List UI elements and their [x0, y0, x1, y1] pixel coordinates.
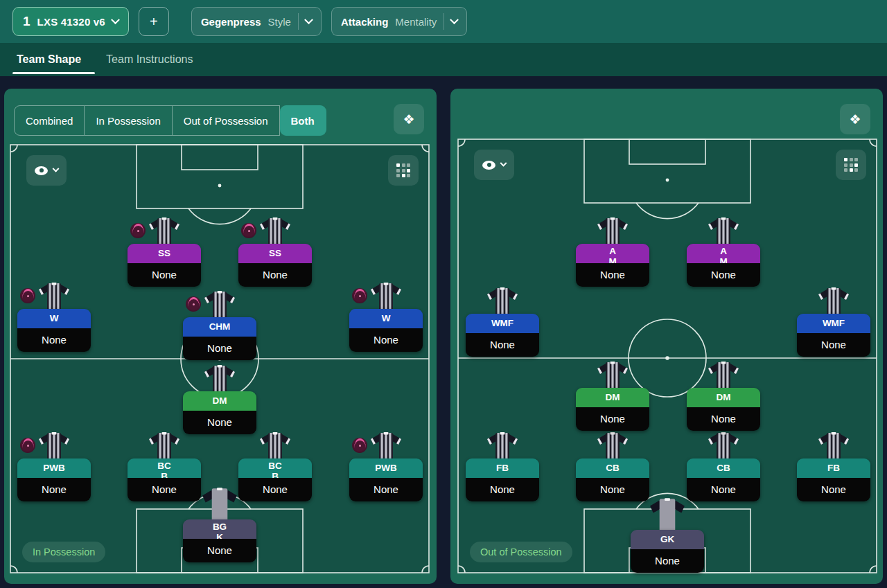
formation-selector[interactable]: 1 LXS 41320 v6 — [12, 7, 129, 36]
filter-combined[interactable]: Combined — [14, 105, 85, 136]
pitch-out-of-possession[interactable]: AMNoneAMNoneWMFNoneWMFNoneDMNoneDMNoneFB… — [457, 139, 877, 573]
role-card: SSNone — [128, 244, 201, 287]
pitch-style-button[interactable]: ❖ — [394, 104, 424, 134]
player-card-dm[interactable]: DMNone — [576, 362, 649, 431]
filter-out-of-possession[interactable]: Out of Possession — [173, 105, 280, 136]
role-card: CBNone — [687, 458, 760, 501]
grid-icon — [844, 158, 858, 172]
view-filter-group: Combined In Possession Out of Possession… — [14, 105, 326, 136]
player-card-dm[interactable]: DMNone — [183, 365, 256, 434]
role-label: FB — [466, 458, 539, 478]
player-card-ss[interactable]: SSNone — [238, 217, 312, 287]
mentality-value: Attacking — [341, 16, 388, 28]
player-card-wmf[interactable]: WMFNone — [797, 287, 870, 357]
duty-label: None — [17, 478, 91, 501]
style-label: Style — [268, 16, 291, 28]
player-card-dm[interactable]: DMNone — [687, 362, 760, 431]
player-card-bcb[interactable]: BCBNone — [128, 432, 201, 501]
chevron-down-icon — [500, 159, 507, 166]
duty-label: None — [576, 407, 649, 431]
visibility-dropdown[interactable] — [26, 155, 67, 186]
role-card: CBNone — [576, 458, 649, 501]
chevron-down-icon — [53, 165, 60, 172]
mentality-dropdown[interactable]: Attacking Mentality — [331, 7, 467, 36]
player-card-wmf[interactable]: WMFNone — [466, 287, 539, 357]
panel-in-possession: Combined In Possession Out of Possession… — [4, 89, 437, 584]
tab-bar: Team Shape Team Instructions — [0, 43, 887, 76]
role-card: PWBNone — [17, 458, 91, 501]
ball-icon — [186, 296, 201, 312]
player-card-w[interactable]: WNone — [17, 283, 91, 352]
role-label: DM — [576, 388, 649, 407]
role-card: WMFNone — [466, 314, 539, 357]
chevron-down-icon — [111, 15, 120, 24]
tab-team-shape[interactable]: Team Shape — [17, 43, 81, 76]
divider — [444, 13, 444, 30]
formation-grid-button[interactable] — [836, 150, 866, 180]
role-card: DMNone — [687, 388, 760, 431]
role-label: GK — [631, 530, 704, 549]
role-label: CB — [687, 458, 760, 478]
duty-label: None — [238, 478, 312, 501]
role-label: W — [349, 309, 423, 328]
player-card-cb[interactable]: CBNone — [687, 432, 760, 501]
role-label: W — [17, 309, 91, 328]
duty-label: None — [349, 478, 423, 501]
role-label: WMF — [797, 314, 870, 333]
ball-icon — [20, 438, 35, 453]
role-label: DM — [687, 388, 760, 407]
duty-label: None — [128, 478, 201, 501]
role-card: WNone — [17, 309, 91, 352]
role-label: BCB — [128, 458, 201, 478]
role-label: CB — [576, 458, 649, 478]
tab-team-instructions[interactable]: Team Instructions — [106, 43, 193, 76]
pitch-style-button[interactable]: ❖ — [840, 104, 870, 134]
diamond-tiles-icon: ❖ — [403, 112, 414, 127]
player-card-pwb[interactable]: PWBNone — [349, 432, 423, 501]
duty-label: None — [183, 411, 256, 434]
style-value: Gegenpress — [201, 16, 261, 28]
duty-label: None — [466, 333, 539, 357]
duty-label: None — [687, 263, 760, 287]
formation-grid-button[interactable] — [388, 155, 419, 186]
duty-label: None — [349, 328, 423, 352]
phase-badge: In Possession — [22, 542, 105, 562]
filter-both[interactable]: Both — [280, 105, 326, 136]
role-card: SSNone — [238, 244, 312, 287]
player-card-fb[interactable]: FBNone — [797, 432, 870, 501]
pitch-in-possession[interactable]: SSNoneSSNoneWNoneWNoneCHMNoneDMNonePWBNo… — [10, 144, 430, 573]
role-card: BCBNone — [128, 458, 201, 501]
player-card-fb[interactable]: FBNone — [466, 432, 539, 501]
player-card-chm[interactable]: CHMNone — [183, 291, 256, 360]
role-card: FBNone — [797, 458, 870, 501]
mentality-label: Mentality — [395, 16, 437, 28]
filter-in-possession[interactable]: In Possession — [85, 105, 172, 136]
visibility-dropdown[interactable] — [474, 150, 514, 180]
phase-badge: Out of Possession — [470, 542, 572, 562]
player-card-cb[interactable]: CBNone — [576, 432, 649, 501]
duty-label: None — [183, 337, 256, 360]
player-card-bcb[interactable]: BCBNone — [238, 432, 312, 501]
panel-out-of-possession: ❖ — [450, 89, 883, 584]
player-card-gk[interactable]: GKNone — [631, 497, 704, 573]
role-card: WNone — [349, 309, 423, 352]
ball-icon — [352, 438, 367, 453]
role-label: WMF — [466, 314, 539, 333]
player-card-ss[interactable]: SSNone — [128, 217, 201, 287]
diamond-tiles-icon: ❖ — [849, 112, 861, 127]
ball-icon — [352, 288, 367, 303]
duty-label: None — [576, 263, 649, 287]
player-card-pwb[interactable]: PWBNone — [17, 432, 91, 501]
duty-label: None — [797, 478, 870, 501]
role-label: PWB — [17, 458, 91, 478]
duty-label: None — [238, 263, 312, 287]
ball-icon — [241, 223, 256, 238]
grid-icon — [396, 163, 410, 177]
player-card-w[interactable]: WNone — [349, 283, 423, 352]
eye-icon — [35, 166, 48, 175]
add-tactic-button[interactable]: + — [139, 7, 169, 36]
player-card-am[interactable]: AMNone — [576, 217, 649, 287]
style-dropdown[interactable]: Gegenpress Style — [191, 7, 322, 36]
role-card: BCBNone — [238, 458, 312, 501]
player-card-am[interactable]: AMNone — [687, 217, 760, 287]
